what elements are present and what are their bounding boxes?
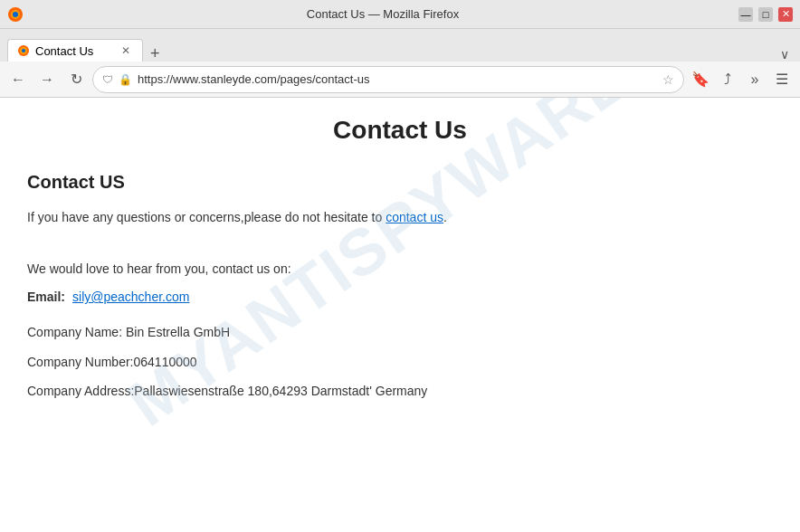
back-button[interactable]: ← <box>5 67 31 92</box>
minimize-button[interactable]: — <box>738 7 753 22</box>
section-heading: Contact US <box>27 172 773 193</box>
https-lock-icon: 🔒 <box>119 73 132 86</box>
intro-text-prefix: If you have any questions or concerns,pl… <box>27 210 386 224</box>
intro-text-suffix: . <box>443 210 447 224</box>
intro-paragraph: If you have any questions or concerns,pl… <box>27 207 773 227</box>
window-titlebar: Contact Us — Mozilla Firefox — □ ✕ <box>0 0 800 29</box>
security-lock-icon: 🛡 <box>102 73 113 86</box>
company-name: Company Name: Bin Estrella GmbH <box>27 322 773 342</box>
bookmark-star-icon[interactable]: ☆ <box>662 72 674 87</box>
new-tab-button[interactable]: + <box>143 45 167 62</box>
window-controls: — □ ✕ <box>738 7 793 22</box>
window-title: Contact Us — Mozilla Firefox <box>27 7 738 21</box>
toolbar: ← → ↻ 🛡 🔒 ☆ 🔖 ⤴ » ☰ <box>0 62 800 98</box>
email-link[interactable]: sily@peachcher.com <box>72 290 189 304</box>
hear-from-you-text: We would love to hear from you, contact … <box>27 238 773 279</box>
contact-us-link[interactable]: contact us <box>386 210 443 224</box>
svg-point-2 <box>13 12 18 17</box>
company-number: Company Number:064110000 <box>27 352 773 372</box>
more-tools-button[interactable]: » <box>742 67 767 92</box>
share-button[interactable]: ⤴ <box>715 67 740 92</box>
pocket-button[interactable]: 🔖 <box>688 67 713 92</box>
firefox-logo-icon <box>7 6 24 23</box>
email-label: Email: <box>27 290 65 304</box>
tab-label: Contact Us <box>35 44 113 58</box>
svg-point-5 <box>22 49 25 52</box>
active-tab[interactable]: Contact Us ✕ <box>7 39 143 62</box>
tab-bar: Contact Us ✕ + ∨ <box>0 29 800 62</box>
forward-button[interactable]: → <box>34 67 60 92</box>
tab-close-button[interactable]: ✕ <box>119 43 133 58</box>
tab-favicon-icon <box>17 44 30 57</box>
page-heading: Contact Us <box>27 116 773 145</box>
page-content: MYANTISPYWARE.COM Contact Us Contact US … <box>0 98 800 532</box>
maximize-button[interactable]: □ <box>758 7 773 22</box>
close-button[interactable]: ✕ <box>778 7 793 22</box>
tab-list-button[interactable]: ∨ <box>776 47 793 62</box>
reload-button[interactable]: ↻ <box>63 67 89 92</box>
address-input[interactable] <box>138 72 657 86</box>
toolbar-right-buttons: 🔖 ⤴ » ☰ <box>688 67 795 92</box>
address-bar[interactable]: 🛡 🔒 ☆ <box>92 66 684 93</box>
company-address: Company Address:Pallaswiesenstraße 180,6… <box>27 381 773 401</box>
email-row: Email: sily@peachcher.com <box>27 290 773 304</box>
menu-button[interactable]: ☰ <box>769 67 795 92</box>
